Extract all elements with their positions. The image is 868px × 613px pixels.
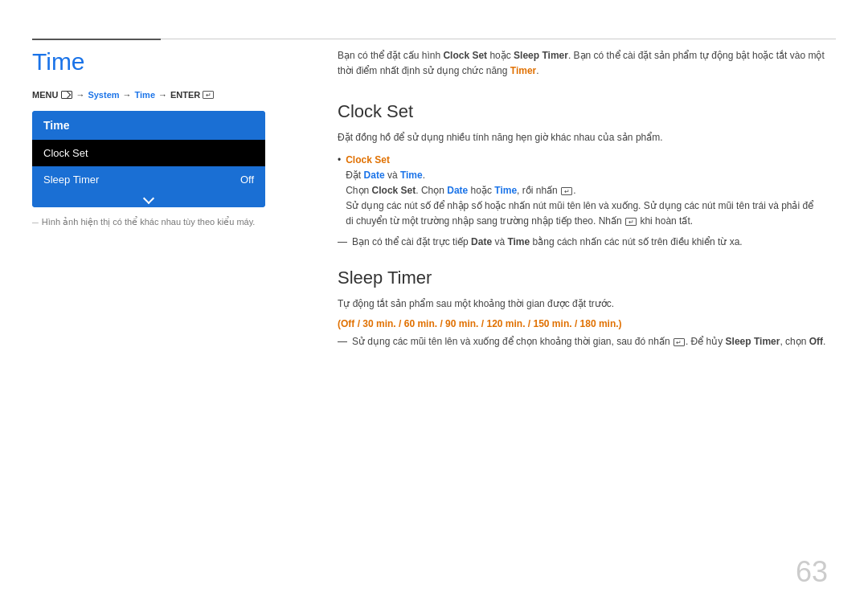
time-label: Time [135,90,155,100]
page-number: 63 [796,555,828,589]
enter-icon: ↵ [203,91,214,99]
sleep-timer-section: Sleep Timer Tự động tắt sản phẩm sau một… [338,268,836,349]
right-column: Bạn có thể đặt cấu hình Clock Set hoặc S… [338,48,836,354]
enter-icon-3: ↵ [625,218,637,226]
menu-icon [61,91,72,99]
clockset-bold: Clock Set [443,50,487,61]
tv-menu-box: Time Clock Set Sleep Timer Off [32,111,265,207]
page-title: Time [32,48,305,76]
tv-menu-chevron[interactable] [32,193,265,207]
timer-highlight: Timer [510,65,536,76]
clock-set-bullet-label: Clock Set [346,154,390,166]
left-column: Time MENU → System → Time → ENTER ↵ Time… [32,48,305,227]
chevron-down-icon [143,193,154,204]
clock-set-section-title: Clock Set [338,101,836,122]
sleep-timer-label: Sleep Timer [43,174,99,186]
tv-menu-item-clock[interactable]: Clock Set [32,140,265,166]
clock-set-desc: Đặt đồng hồ để sử dụng nhiều tính năng h… [338,130,836,145]
clock-set-step3: Sử dụng các nút số để nhập số hoặc nhấn … [346,200,813,227]
enter-icon-4: ↵ [674,338,685,346]
sleep-timer-section-title: Sleep Timer [338,268,836,288]
tv-menu-item-sleep[interactable]: Sleep Timer Off [32,166,265,193]
sleep-timer-note: ― Sử dụng các mũi tên lên và xuống để ch… [338,334,836,349]
enter-label: ENTER [170,90,200,100]
clock-set-bullet: • Clock Set Đặt Date và Time. Chọn Clock… [338,153,836,230]
clock-set-step1: Đặt Date và Time. [346,170,425,181]
sleeptimer-bold: Sleep Timer [514,50,568,61]
tv-menu-header: Time [32,111,265,140]
intro-text: Bạn có thể đặt cấu hình Clock Set hoặc S… [338,48,836,79]
sleep-timer-options: (Off / 30 min. / 60 min. / 90 min. / 120… [338,318,836,329]
menu-label: MENU [32,90,58,100]
sleep-timer-value: Off [240,174,254,186]
enter-icon-2: ↵ [561,187,572,195]
system-label: System [88,90,119,100]
clock-set-step2: Chọn Clock Set. Chọn Date hoặc Time, rồi… [346,185,575,196]
clock-set-label: Clock Set [43,147,88,159]
image-note: Hình ảnh hiện thị có thể khác nhau tùy t… [32,217,305,227]
clock-set-note: ― Bạn có thể cài đặt trực tiếp Date và T… [338,235,836,250]
top-line-accent [32,39,161,40]
menu-path: MENU → System → Time → ENTER ↵ [32,90,305,100]
sleep-timer-desc: Tự động tắt sản phẩm sau một khoảng thời… [338,296,836,312]
